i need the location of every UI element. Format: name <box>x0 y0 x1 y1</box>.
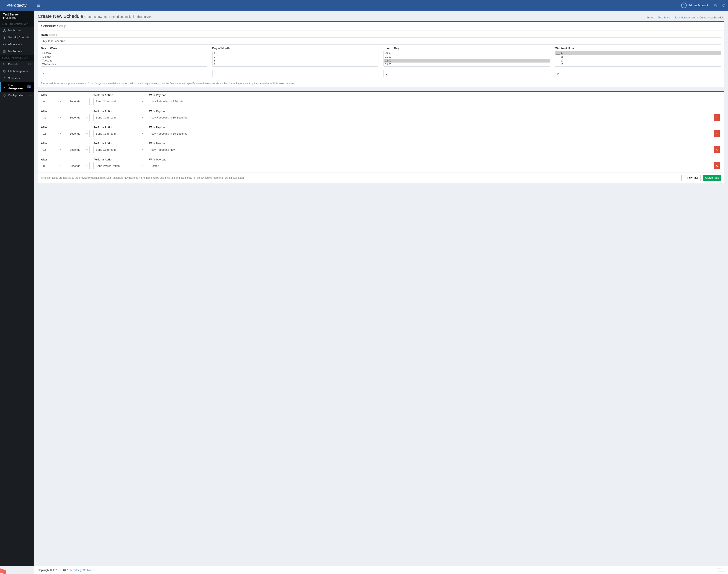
task-action-select[interactable] <box>93 114 145 121</box>
svg-point-3 <box>716 5 717 7</box>
sidebar-header-account: ACCOUNT MANAGEMENT <box>0 21 34 27</box>
user-menu[interactable]: Admin Account <box>678 0 711 11</box>
schedule-name-input[interactable] <box>41 37 721 44</box>
day-of-week-text[interactable] <box>41 70 207 77</box>
task-after-value[interactable] <box>41 146 63 153</box>
debug-badge[interactable] <box>0 569 6 574</box>
after-label: After <box>41 110 90 113</box>
svg-point-2 <box>714 4 716 6</box>
schedule-setup-box: Schedule Setup Name optional Day of Week… <box>38 21 724 87</box>
server-icon <box>3 50 6 53</box>
sidebar-item-api[interactable]: API Access <box>0 41 34 48</box>
sidebar-item-my-account[interactable]: My Account <box>0 27 34 34</box>
svg-point-16 <box>4 95 5 96</box>
sidebar: Test Server Checking... ACCOUNT MANAGEME… <box>0 11 34 566</box>
minute-of-hour-text[interactable] <box>555 70 721 77</box>
action-label: Perform Action <box>93 110 145 113</box>
task-action-select[interactable] <box>93 146 145 153</box>
task-after-value[interactable] <box>41 114 63 121</box>
task-after-unit[interactable] <box>67 162 90 169</box>
power-icon <box>681 3 687 8</box>
chevron-left-icon: ‹ <box>30 94 31 97</box>
terminal-icon <box>3 63 6 66</box>
minute-of-hour-select[interactable]: _ _:00_ _:05_ _:10_ _:15 <box>555 51 721 67</box>
schedule-setup-title: Schedule Setup <box>38 22 724 31</box>
day-of-month-text[interactable] <box>212 70 379 77</box>
delete-task-button[interactable]: ✕ <box>714 114 720 121</box>
sidebar-toggle[interactable] <box>34 0 43 11</box>
action-label: Perform Action <box>93 93 145 97</box>
day-of-week-select[interactable]: SundayMondayTuesdayWednesday <box>41 51 207 67</box>
task-payload-input[interactable] <box>149 162 710 169</box>
sidebar-item-files[interactable]: File Management <box>0 68 34 75</box>
after-label: After <box>41 158 90 161</box>
gear-icon <box>3 94 6 97</box>
dow-label: Day of Week <box>41 47 207 50</box>
action-label: Perform Action <box>93 158 145 161</box>
task-payload-input[interactable] <box>149 98 710 105</box>
action-label: Perform Action <box>93 142 145 145</box>
after-label: After <box>41 126 90 129</box>
breadcrumb-section[interactable]: Task Management <box>675 16 696 19</box>
task-after-value[interactable] <box>41 130 63 137</box>
task-action-select[interactable] <box>93 130 145 137</box>
sidebar-item-console[interactable]: Console <box>0 60 34 68</box>
brand-logo[interactable]: Pterodactyl <box>0 0 34 11</box>
task-action-select[interactable] <box>93 162 145 169</box>
tasks-help-text: Times for tasks are relative to the prev… <box>41 176 679 179</box>
task-payload-input[interactable] <box>149 114 710 121</box>
task-payload-input[interactable] <box>149 146 710 153</box>
minute-label: Minute of Hour <box>555 47 721 50</box>
breadcrumb-home[interactable]: Home <box>647 16 654 19</box>
svg-rect-7 <box>4 37 5 38</box>
task-after-unit[interactable] <box>67 130 90 137</box>
delete-task-button[interactable]: ✕ <box>714 146 720 153</box>
task-payload-input[interactable] <box>149 130 710 137</box>
logout-link[interactable] <box>720 0 728 11</box>
task-action-select[interactable] <box>93 98 145 105</box>
sidebar-item-my-servers[interactable]: My Servers <box>0 48 34 55</box>
close-icon: ✕ <box>716 148 718 151</box>
footer-link[interactable]: Pterodactyl Software <box>69 569 94 572</box>
tasks-box: After ▾ ▾ Perform Action ▾ With Payload … <box>38 91 724 183</box>
footer: Copyright © 2015 - 2017 Pterodactyl Soft… <box>34 566 728 574</box>
task-after-value[interactable] <box>41 98 63 105</box>
main-content: Create New Schedule Create a new set of … <box>34 11 728 566</box>
delete-task-button[interactable]: ✕ <box>714 162 720 169</box>
task-after-unit[interactable] <box>67 146 90 153</box>
day-of-month-select[interactable]: 1234 <box>212 51 379 67</box>
dom-label: Day of Month <box>212 47 379 50</box>
task-row: After ▾ ▾ Perform Action ▾ With Payload … <box>38 108 724 124</box>
task-after-unit[interactable] <box>67 114 90 121</box>
delete-task-button[interactable]: ✕ <box>714 130 720 137</box>
create-task-button[interactable]: Create Task <box>703 175 721 181</box>
svg-rect-9 <box>3 52 6 52</box>
breadcrumb: Home › Test Server › Task Management › C… <box>647 16 724 19</box>
svg-point-14 <box>5 77 5 78</box>
new-task-button[interactable]: ＋ New Task <box>681 175 701 181</box>
task-row: After ▾ ▾ Perform Action ▾ With Payload … <box>38 124 724 140</box>
hour-of-day-text[interactable] <box>384 70 550 77</box>
sidebar-item-security[interactable]: Security Controls <box>0 34 34 41</box>
sidebar-item-configuration[interactable]: Configuration ‹ <box>0 92 34 99</box>
footer-stats: ⇆ 07955d0c ⟳ 0.409s <box>712 567 724 573</box>
cogs-icon <box>714 4 717 7</box>
user-icon <box>3 29 6 32</box>
server-name: Test Server <box>3 13 31 16</box>
lock-icon <box>3 36 6 39</box>
page-subtitle: Create a new set of scheduled tasks for … <box>84 15 152 18</box>
hour-label: Hour of Day <box>384 47 550 50</box>
admin-cogs-link[interactable] <box>711 0 720 11</box>
task-after-value[interactable] <box>41 162 63 169</box>
task-row: After ▾ ▾ Perform Action ▾ With Payload <box>38 92 724 108</box>
breadcrumb-server[interactable]: Test Server <box>658 16 671 19</box>
svg-rect-10 <box>29 63 30 65</box>
sidebar-item-task-management[interactable]: Task Management 1 <box>0 82 34 92</box>
sidebar-item-subusers[interactable]: Subusers <box>0 75 34 82</box>
power-icon <box>722 4 725 7</box>
hour-of-day-select[interactable]: 00:0001:0002:0003:00 <box>384 51 550 67</box>
external-icon <box>28 63 31 66</box>
server-header[interactable]: Test Server Checking... <box>0 11 34 21</box>
task-after-unit[interactable] <box>67 98 90 105</box>
svg-rect-11 <box>4 70 5 72</box>
